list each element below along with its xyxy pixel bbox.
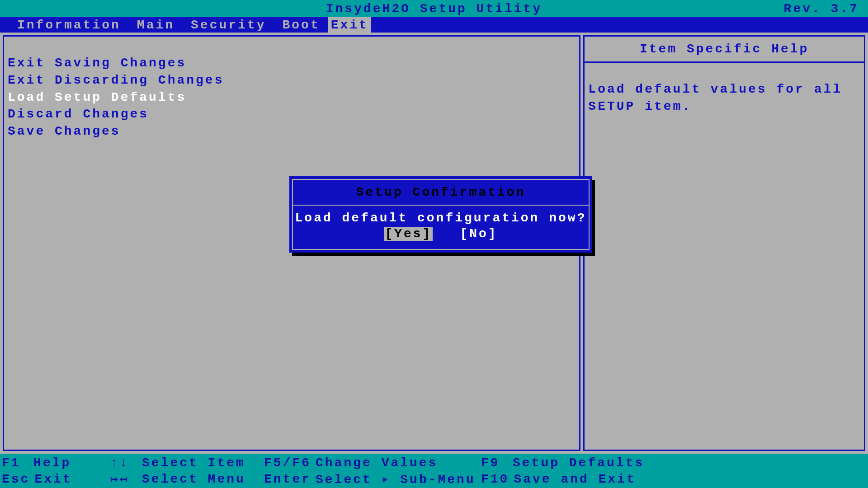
footer-f9-setup-defaults: F9Setup Defaults xyxy=(481,456,866,470)
confirmation-dialog: Setup Confirmation Load default configur… xyxy=(289,176,592,253)
tab-exit[interactable]: Exit xyxy=(328,17,371,33)
updown-arrows-icon: ↑↓ xyxy=(110,456,137,470)
dialog-yes-button[interactable]: [Yes] xyxy=(384,227,433,241)
footer-esc-exit: EscExit xyxy=(2,472,110,486)
tab-main[interactable]: Main xyxy=(129,18,183,32)
dialog-message: Load default configuration now? xyxy=(293,211,589,225)
dialog-body: Load default configuration now? [Yes] [N… xyxy=(293,206,589,249)
dialog-title: Setup Confirmation xyxy=(293,180,589,206)
footer-enter-select-submenu: EnterSelect ▸ Sub-Menu xyxy=(264,471,481,487)
footer-f5f6-change-values: F5/F6Change Values xyxy=(264,456,481,470)
menu-save-changes[interactable]: Save Changes xyxy=(8,123,576,140)
leftright-arrows-icon: ↦↤ xyxy=(110,471,137,487)
menu-exit-discarding-changes[interactable]: Exit Discarding Changes xyxy=(8,72,576,89)
footer-f1-help: F1Help xyxy=(2,456,110,470)
title-bar: InsydeH2O Setup Utility Rev. 3.7 xyxy=(0,0,868,17)
version-label: Rev. 3.7 xyxy=(784,2,859,16)
help-panel: Item Specific Help Load default values f… xyxy=(583,35,865,451)
menu-discard-changes[interactable]: Discard Changes xyxy=(8,106,576,123)
help-body: Load default values for all SETUP item. xyxy=(585,63,864,119)
tab-boot[interactable]: Boot xyxy=(274,18,328,32)
help-header: Item Specific Help xyxy=(585,37,864,63)
footer-updown-select-item: ↑↓Select Item xyxy=(110,456,264,470)
dialog-no-button[interactable]: [No] xyxy=(460,227,497,241)
tab-bar: Information Main Security Boot Exit xyxy=(0,17,868,33)
tab-information[interactable]: Information xyxy=(9,18,129,32)
footer-bar: F1Help ↑↓Select Item F5/F6Change Values … xyxy=(0,454,868,488)
app-title: InsydeH2O Setup Utility xyxy=(326,2,542,16)
tab-security[interactable]: Security xyxy=(183,18,274,32)
footer-leftright-select-menu: ↦↤Select Menu xyxy=(110,471,264,487)
footer-f10-save-exit: F10Save and Exit xyxy=(481,472,866,486)
menu-exit-saving-changes[interactable]: Exit Saving Changes xyxy=(8,55,576,72)
menu-load-setup-defaults[interactable]: Load Setup Defaults xyxy=(8,89,576,106)
